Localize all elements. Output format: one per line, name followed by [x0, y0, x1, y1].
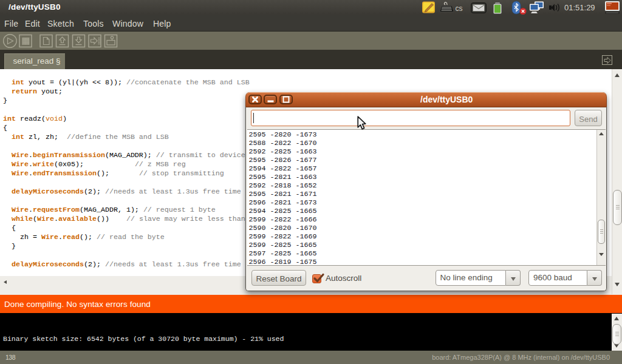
svg-text:cs: cs — [456, 4, 463, 13]
